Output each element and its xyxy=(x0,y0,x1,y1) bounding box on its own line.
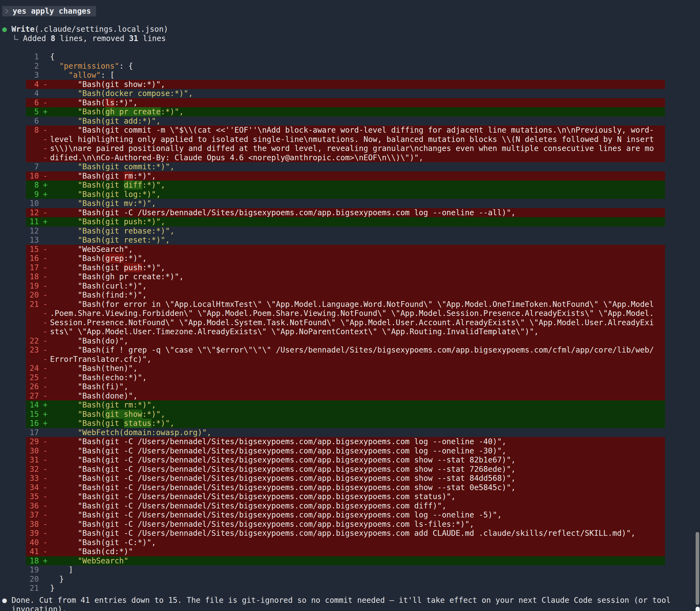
line-number: 2 xyxy=(0,61,39,71)
scrollbar-thumb[interactable] xyxy=(696,532,699,605)
line-content: "Bash(git -C /Users/bennadel/Sites/bigse… xyxy=(50,456,516,465)
code-segment: :*)", xyxy=(161,107,184,116)
diff-row: 6- "Bash(ls:*)", xyxy=(0,98,700,107)
diff-row: 31- "Bash(git -C /Users/bennadel/Sites/b… xyxy=(0,456,700,465)
line-number: 19 xyxy=(0,281,39,291)
line-content: "Bash(find:*)", xyxy=(50,290,147,300)
diff-row: 4- "Bash(git show:*)", xyxy=(0,80,700,89)
line-content: "Bash(git status:*)", xyxy=(50,419,174,428)
code-segment: rm xyxy=(124,172,133,180)
diff-row: 12- "Bash(git -C /Users/bennadel/Sites/b… xyxy=(0,208,700,218)
diff-row: 36- "Bash(git -C /Users/bennadel/Sites/b… xyxy=(0,501,700,511)
line-content: "permissions": { xyxy=(50,61,133,71)
diff-row: 33- "Bash(git -C /Users/bennadel/Sites/b… xyxy=(0,474,700,483)
diff-row: 1{ xyxy=(0,52,700,61)
code-segment: "Bash(fi)", xyxy=(50,382,128,391)
line-number: 35 xyxy=(0,492,39,501)
user-prompt: yes apply changes xyxy=(0,0,700,16)
code-segment: "Bash(git reset:*)", xyxy=(50,236,170,244)
code-segment: "Bash(git -C /Users/bennadel/Sites/bigse… xyxy=(50,510,502,519)
diff-row: 23- "Bash(if ! grep -q \"case \"\"$error… xyxy=(0,345,700,355)
line-number: 30 xyxy=(0,446,39,456)
diff-summary: Added 8 lines, removed 31 lines xyxy=(0,34,700,43)
code-segment: "Bash( xyxy=(50,98,105,107)
line-content: "Bash(git rm:*)", xyxy=(50,172,156,181)
code-segment: git show xyxy=(105,410,142,419)
line-number: 18 xyxy=(0,272,39,281)
diff-row: 15+ "Bash(git show:*)", xyxy=(0,410,700,419)
code-segment: :*)", xyxy=(124,254,147,263)
prompt-text: yes apply changes xyxy=(13,6,91,16)
line-number: 17 xyxy=(0,263,39,272)
diff-row: -.Poem.Share.Viewing.Forbidden\" \"App.M… xyxy=(0,309,700,318)
summary-part: lines xyxy=(138,34,166,43)
line-content: s\\)\nare paired positionally and diffed… xyxy=(50,144,654,153)
line-content: dified.\n\nCo-Authored-By: Claude Opus 4… xyxy=(50,153,423,162)
diff-row: 16- "Bash(grep:*)", xyxy=(0,254,700,263)
summary-part: Added xyxy=(23,34,50,43)
line-number: 15 xyxy=(0,410,39,419)
code-segment: "WebSearch" xyxy=(50,556,128,565)
diff-row: 32- "Bash(git -C /Users/bennadel/Sites/b… xyxy=(0,465,700,474)
line-content: "WebSearch" xyxy=(50,556,128,566)
code-segment: "Bash(git log:*)", xyxy=(50,190,161,199)
code-segment: "Bash(git -C /Users/bennadel/Sites/bigse… xyxy=(50,501,446,510)
line-content: "Bash(for error in \"App.LocalHtmxTest\"… xyxy=(50,300,654,309)
line-number: 6 xyxy=(0,98,39,107)
code-segment: "Bash(git rebase:*)", xyxy=(50,226,174,236)
code-segment: ls xyxy=(105,98,115,107)
code-segment: "Bash(git -C /Users/bennadel/Sites/bigse… xyxy=(50,492,456,501)
line-content: "Bash(git -C /Users/bennadel/Sites/bigse… xyxy=(50,437,506,446)
diff-row: 7 "Bash(git commit:*)", xyxy=(0,162,700,172)
line-content: "Bash(do)", xyxy=(50,337,128,346)
line-number: 15 xyxy=(0,245,39,254)
line-number: 21 xyxy=(0,300,39,309)
line-number: 39 xyxy=(0,529,39,538)
line-number: 7 xyxy=(0,162,39,172)
diff-row: 35- "Bash(git -C /Users/bennadel/Sites/b… xyxy=(0,492,700,501)
line-number: 1 xyxy=(0,52,39,61)
code-segment: "Bash(gh pr create:*)", xyxy=(50,272,184,281)
diff-row: -sts\" \"App.Model.User.Timezone.Already… xyxy=(0,327,700,337)
line-content: "Bash(then)", xyxy=(50,364,138,373)
result-message: ● Done. Cut from 41 entries down to 15. … xyxy=(0,596,700,611)
line-content: "Bash(git -C /Users/bennadel/Sites/bigse… xyxy=(50,520,474,529)
code-segment: "WebSearch", xyxy=(50,245,133,254)
tool-call-title: Write(.claude/settings.local.json) xyxy=(12,25,168,34)
diff-row: 10 "Bash(git mv:*)", xyxy=(0,199,700,208)
line-number: 18 xyxy=(0,556,39,566)
result-line-1: Done. Cut from 41 entries down to 15. Th… xyxy=(12,596,671,605)
line-number: 16 xyxy=(0,254,39,263)
line-number: 22 xyxy=(0,337,39,346)
line-number: 3 xyxy=(0,71,39,80)
diff-row: 12 "Bash(git rebase:*)", xyxy=(0,226,700,236)
code-segment: :*)", xyxy=(142,410,165,419)
line-content: ] xyxy=(50,565,73,575)
result-elbow-icon xyxy=(14,35,18,40)
terminal: { "colors": { "background": "#222936", "… xyxy=(0,0,700,611)
diff-row: -dified.\n\nCo-Authored-By: Claude Opus … xyxy=(0,153,700,162)
code-segment: :*)", xyxy=(115,98,138,107)
line-number: 12 xyxy=(0,226,39,236)
diff-row: 11+ "Bash(git push:*)", xyxy=(0,217,700,226)
code-segment: ] xyxy=(50,565,73,575)
line-content: "Bash(gh pr create:*)", xyxy=(50,107,184,117)
diff-row: 25- "Bash(echo:*)", xyxy=(0,373,700,382)
line-number: 31 xyxy=(0,456,39,465)
prompt-chevron-icon xyxy=(5,8,9,14)
line-number: 41 xyxy=(0,547,39,556)
code-segment: "Bash(git add:*)", xyxy=(50,117,161,125)
code-segment: "Bash(for error in \"App.LocalHtmxTest\"… xyxy=(50,300,654,309)
diff-row: 29- "Bash(git -C /Users/bennadel/Sites/b… xyxy=(0,437,700,446)
diff-row: -ErrorTranslator.cfc)", xyxy=(0,355,700,364)
tool-args: (.claude/settings.local.json) xyxy=(34,25,168,34)
line-content: "Bash(grep:*)", xyxy=(50,254,147,263)
line-number: 23 xyxy=(0,345,39,355)
line-number: 10 xyxy=(0,199,39,208)
code-segment: "Bash(git xyxy=(50,419,124,428)
code-segment: "Bash(git -C /Users/bennadel/Sites/bigse… xyxy=(50,520,474,529)
line-number: 29 xyxy=(0,437,39,446)
code-segment: "Bash(do)", xyxy=(50,337,128,345)
code-segment: push xyxy=(124,263,142,272)
code-segment xyxy=(50,61,59,71)
